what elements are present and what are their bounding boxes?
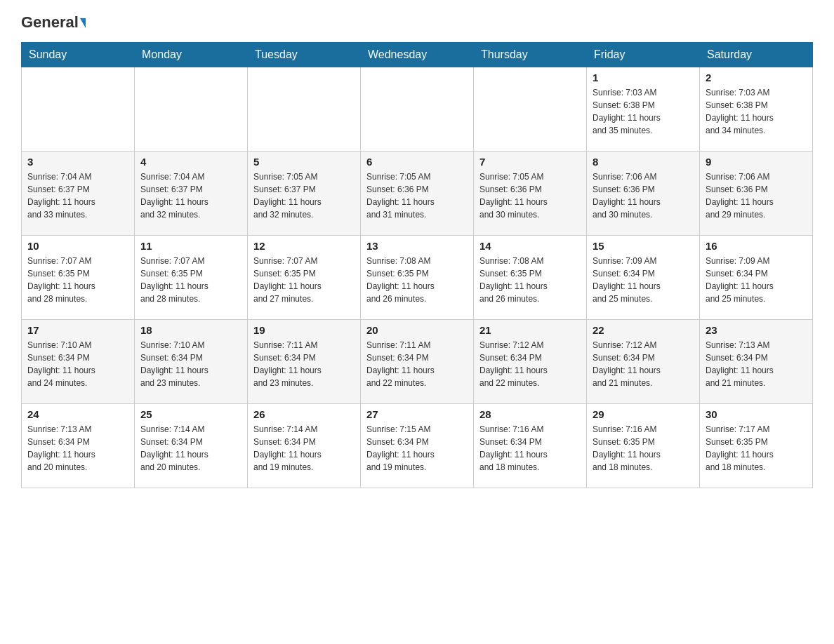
calendar-table: Sunday Monday Tuesday Wednesday Thursday… [21, 42, 813, 488]
calendar-day-cell [22, 67, 135, 152]
calendar-day-cell [361, 67, 474, 152]
day-number: 18 [140, 324, 241, 336]
calendar-day-cell: 27Sunrise: 7:15 AM Sunset: 6:34 PM Dayli… [361, 404, 474, 488]
day-number: 14 [479, 240, 581, 252]
calendar-day-cell: 23Sunrise: 7:13 AM Sunset: 6:34 PM Dayli… [700, 320, 813, 404]
calendar-day-cell: 2Sunrise: 7:03 AM Sunset: 6:38 PM Daylig… [700, 67, 813, 152]
calendar-day-cell: 17Sunrise: 7:10 AM Sunset: 6:34 PM Dayli… [22, 320, 135, 404]
day-number: 24 [27, 408, 128, 420]
calendar-day-cell: 20Sunrise: 7:11 AM Sunset: 6:34 PM Dayli… [361, 320, 474, 404]
calendar-week-row: 10Sunrise: 7:07 AM Sunset: 6:35 PM Dayli… [22, 236, 813, 320]
day-info: Sunrise: 7:13 AM Sunset: 6:34 PM Dayligh… [706, 339, 807, 389]
calendar-day-cell: 12Sunrise: 7:07 AM Sunset: 6:35 PM Dayli… [248, 236, 361, 320]
day-info: Sunrise: 7:05 AM Sunset: 6:37 PM Dayligh… [253, 170, 355, 221]
day-number: 25 [140, 408, 241, 420]
calendar-day-cell: 7Sunrise: 7:05 AM Sunset: 6:36 PM Daylig… [474, 152, 587, 236]
calendar-day-cell: 9Sunrise: 7:06 AM Sunset: 6:36 PM Daylig… [700, 152, 813, 236]
header-wednesday: Wednesday [361, 43, 474, 67]
day-info: Sunrise: 7:07 AM Sunset: 6:35 PM Dayligh… [140, 255, 241, 305]
calendar-day-cell: 8Sunrise: 7:06 AM Sunset: 6:36 PM Daylig… [587, 152, 700, 236]
day-info: Sunrise: 7:16 AM Sunset: 6:35 PM Dayligh… [593, 423, 694, 474]
calendar-header-row: Sunday Monday Tuesday Wednesday Thursday… [22, 43, 813, 67]
day-number: 1 [593, 72, 694, 83]
day-info: Sunrise: 7:03 AM Sunset: 6:38 PM Dayligh… [706, 86, 807, 137]
day-info: Sunrise: 7:10 AM Sunset: 6:34 PM Dayligh… [27, 339, 128, 389]
day-info: Sunrise: 7:09 AM Sunset: 6:34 PM Dayligh… [593, 255, 694, 305]
day-info: Sunrise: 7:04 AM Sunset: 6:37 PM Dayligh… [27, 170, 128, 221]
day-info: Sunrise: 7:16 AM Sunset: 6:34 PM Dayligh… [479, 423, 581, 474]
day-number: 30 [706, 408, 807, 420]
day-number: 29 [593, 408, 694, 420]
calendar-day-cell: 28Sunrise: 7:16 AM Sunset: 6:34 PM Dayli… [474, 404, 587, 488]
day-number: 10 [27, 240, 128, 252]
day-info: Sunrise: 7:12 AM Sunset: 6:34 PM Dayligh… [479, 339, 581, 389]
calendar-day-cell: 29Sunrise: 7:16 AM Sunset: 6:35 PM Dayli… [587, 404, 700, 488]
calendar-day-cell: 14Sunrise: 7:08 AM Sunset: 6:35 PM Dayli… [474, 236, 587, 320]
calendar-day-cell: 15Sunrise: 7:09 AM Sunset: 6:34 PM Dayli… [587, 236, 700, 320]
day-info: Sunrise: 7:05 AM Sunset: 6:36 PM Dayligh… [366, 170, 468, 221]
calendar-day-cell: 18Sunrise: 7:10 AM Sunset: 6:34 PM Dayli… [135, 320, 248, 404]
header-sunday: Sunday [22, 43, 135, 67]
day-number: 13 [366, 240, 468, 252]
day-number: 22 [593, 324, 694, 336]
day-info: Sunrise: 7:04 AM Sunset: 6:37 PM Dayligh… [140, 170, 241, 221]
day-info: Sunrise: 7:07 AM Sunset: 6:35 PM Dayligh… [27, 255, 128, 305]
logo-line1: General [21, 14, 86, 31]
day-info: Sunrise: 7:17 AM Sunset: 6:35 PM Dayligh… [706, 423, 807, 474]
calendar-day-cell: 13Sunrise: 7:08 AM Sunset: 6:35 PM Dayli… [361, 236, 474, 320]
day-number: 7 [479, 156, 581, 168]
day-info: Sunrise: 7:15 AM Sunset: 6:34 PM Dayligh… [366, 423, 468, 474]
day-number: 23 [706, 324, 807, 336]
day-info: Sunrise: 7:10 AM Sunset: 6:34 PM Dayligh… [140, 339, 241, 389]
day-info: Sunrise: 7:11 AM Sunset: 6:34 PM Dayligh… [366, 339, 468, 389]
calendar-week-row: 3Sunrise: 7:04 AM Sunset: 6:37 PM Daylig… [22, 152, 813, 236]
header-thursday: Thursday [474, 43, 587, 67]
day-number: 27 [366, 408, 468, 420]
calendar-day-cell [135, 67, 248, 152]
calendar-day-cell: 19Sunrise: 7:11 AM Sunset: 6:34 PM Dayli… [248, 320, 361, 404]
day-number: 16 [706, 240, 807, 252]
day-info: Sunrise: 7:14 AM Sunset: 6:34 PM Dayligh… [253, 423, 355, 474]
day-info: Sunrise: 7:06 AM Sunset: 6:36 PM Dayligh… [706, 170, 807, 221]
calendar-day-cell: 3Sunrise: 7:04 AM Sunset: 6:37 PM Daylig… [22, 152, 135, 236]
calendar-day-cell: 26Sunrise: 7:14 AM Sunset: 6:34 PM Dayli… [248, 404, 361, 488]
day-number: 17 [27, 324, 128, 336]
calendar-day-cell: 4Sunrise: 7:04 AM Sunset: 6:37 PM Daylig… [135, 152, 248, 236]
calendar-week-row: 1Sunrise: 7:03 AM Sunset: 6:38 PM Daylig… [22, 67, 813, 152]
day-number: 9 [706, 156, 807, 168]
calendar-week-row: 24Sunrise: 7:13 AM Sunset: 6:34 PM Dayli… [22, 404, 813, 488]
calendar-day-cell [474, 67, 587, 152]
day-number: 5 [253, 156, 355, 168]
header-friday: Friday [587, 43, 700, 67]
header-monday: Monday [135, 43, 248, 67]
day-number: 26 [253, 408, 355, 420]
header-saturday: Saturday [700, 43, 813, 67]
day-info: Sunrise: 7:08 AM Sunset: 6:35 PM Dayligh… [366, 255, 468, 305]
day-number: 11 [140, 240, 241, 252]
day-info: Sunrise: 7:09 AM Sunset: 6:34 PM Dayligh… [706, 255, 807, 305]
day-number: 20 [366, 324, 468, 336]
logo: General [21, 14, 86, 31]
day-number: 12 [253, 240, 355, 252]
calendar-day-cell: 22Sunrise: 7:12 AM Sunset: 6:34 PM Dayli… [587, 320, 700, 404]
calendar-day-cell: 16Sunrise: 7:09 AM Sunset: 6:34 PM Dayli… [700, 236, 813, 320]
calendar-day-cell: 24Sunrise: 7:13 AM Sunset: 6:34 PM Dayli… [22, 404, 135, 488]
day-info: Sunrise: 7:08 AM Sunset: 6:35 PM Dayligh… [479, 255, 581, 305]
day-info: Sunrise: 7:07 AM Sunset: 6:35 PM Dayligh… [253, 255, 355, 305]
calendar-day-cell: 6Sunrise: 7:05 AM Sunset: 6:36 PM Daylig… [361, 152, 474, 236]
day-info: Sunrise: 7:12 AM Sunset: 6:34 PM Dayligh… [593, 339, 694, 389]
calendar-week-row: 17Sunrise: 7:10 AM Sunset: 6:34 PM Dayli… [22, 320, 813, 404]
day-number: 2 [706, 72, 807, 83]
day-number: 6 [366, 156, 468, 168]
day-number: 15 [593, 240, 694, 252]
header-tuesday: Tuesday [248, 43, 361, 67]
calendar-day-cell [248, 67, 361, 152]
calendar-day-cell: 5Sunrise: 7:05 AM Sunset: 6:37 PM Daylig… [248, 152, 361, 236]
day-number: 19 [253, 324, 355, 336]
calendar-day-cell: 30Sunrise: 7:17 AM Sunset: 6:35 PM Dayli… [700, 404, 813, 488]
day-number: 8 [593, 156, 694, 168]
calendar-day-cell: 10Sunrise: 7:07 AM Sunset: 6:35 PM Dayli… [22, 236, 135, 320]
day-number: 4 [140, 156, 241, 168]
day-info: Sunrise: 7:06 AM Sunset: 6:36 PM Dayligh… [593, 170, 694, 221]
day-number: 28 [479, 408, 581, 420]
